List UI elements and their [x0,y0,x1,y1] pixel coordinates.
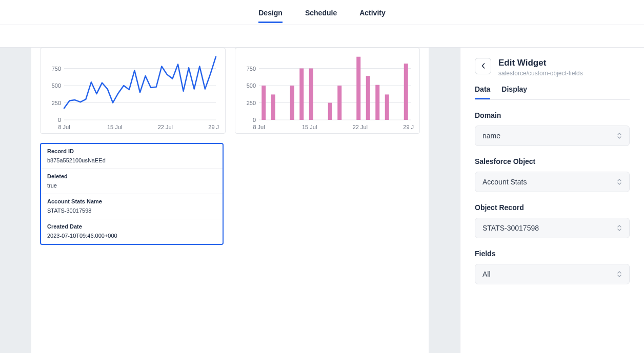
fields-value: All [482,270,491,278]
tab-design[interactable]: Design [258,2,283,23]
domain-select[interactable]: name [475,126,630,146]
svg-rect-26 [290,86,294,120]
svg-text:15 Jul: 15 Jul [107,124,122,130]
sidebar-tabs: Data Display [475,85,630,100]
svg-rect-35 [404,64,408,120]
bar-chart: 02505007508 Jul15 Jul22 Jul29 Jul [239,50,414,130]
record-row: Deleted true [41,169,223,194]
fields-label: Fields [475,250,630,258]
object-record-value: STATS-30017598 [482,224,539,232]
record-label: Account Stats Name [47,198,216,204]
line-chart-widget[interactable]: 02505007508 Jul15 Jul22 Jul29 Jul [40,48,226,134]
updown-caret-icon [617,132,622,139]
sidebar-tab-display[interactable]: Display [501,85,527,99]
back-button[interactable] [475,58,491,74]
record-value: STATS-30017598 [47,207,216,214]
record-value: b875a552100usNaEEd [47,157,216,163]
svg-text:500: 500 [246,82,255,89]
sidebar-subtitle: salesforce/custom-object-fields [498,70,583,77]
object-record-select[interactable]: STATS-30017598 [475,218,630,238]
salesforce-object-select[interactable]: Account Stats [475,172,630,192]
salesforce-object-value: Account Stats [482,178,527,186]
updown-caret-icon [617,224,622,232]
svg-text:0: 0 [252,117,255,123]
svg-text:8 Jul: 8 Jul [58,124,70,130]
svg-rect-33 [375,85,379,120]
svg-text:8 Jul: 8 Jul [253,124,265,130]
chevron-left-icon [481,61,485,71]
svg-text:22 Jul: 22 Jul [352,124,367,130]
svg-rect-31 [356,57,360,120]
record-value: true [47,182,216,189]
svg-text:250: 250 [246,100,255,106]
svg-rect-25 [271,94,275,120]
svg-rect-32 [366,76,370,120]
record-row: Created Date 2023-07-10T09:46.000+000 [41,219,223,244]
canvas-area: 02505007508 Jul15 Jul22 Jul29 Jul 025050… [0,48,460,353]
svg-rect-34 [385,94,389,120]
svg-rect-30 [337,86,341,120]
bar-chart-widget[interactable]: 02505007508 Jul15 Jul22 Jul29 Jul [235,48,420,134]
top-nav: Design Schedule Activity [0,0,644,25]
sidebar-panel: Edit Widget salesforce/custom-object-fie… [460,48,644,353]
updown-caret-icon [617,178,622,185]
svg-text:29 Jul: 29 Jul [208,124,219,130]
record-label: Created Date [47,223,216,230]
svg-text:29 Jul: 29 Jul [403,124,414,130]
svg-rect-27 [299,69,304,120]
tab-schedule[interactable]: Schedule [305,2,337,23]
record-row: Record ID b875a552100usNaEEd [41,144,223,169]
svg-text:750: 750 [246,66,255,72]
line-chart: 02505007508 Jul15 Jul22 Jul29 Jul [45,50,219,130]
svg-rect-29 [328,103,332,120]
domain-select-value: name [482,132,500,140]
domain-label: Domain [475,111,630,119]
svg-rect-24 [261,86,266,120]
record-row: Account Stats Name STATS-30017598 [41,194,223,219]
sidebar-tab-data[interactable]: Data [475,85,490,99]
record-label: Record ID [47,148,216,154]
record-card[interactable]: Record ID b875a552100usNaEEd Deleted tru… [40,143,224,245]
toolbar-spacer [0,25,644,48]
svg-text:22 Jul: 22 Jul [158,124,173,130]
object-record-label: Object Record [475,203,630,212]
record-label: Deleted [47,173,216,179]
tab-activity[interactable]: Activity [359,2,386,23]
svg-rect-28 [309,69,313,120]
svg-text:750: 750 [52,66,61,72]
salesforce-object-label: Salesforce Object [475,157,630,165]
updown-caret-icon [617,271,622,278]
sidebar-title: Edit Widget [498,58,583,68]
svg-text:15 Jul: 15 Jul [301,124,316,130]
fields-select[interactable]: All [475,264,630,284]
svg-text:250: 250 [52,100,61,106]
record-value: 2023-07-10T09:46.000+000 [47,233,216,239]
svg-text:0: 0 [58,117,61,123]
svg-text:500: 500 [52,82,61,89]
